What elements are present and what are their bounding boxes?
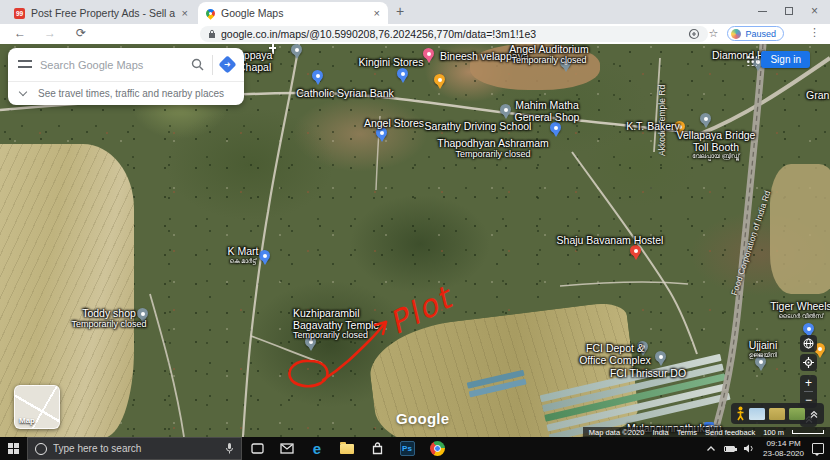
browser-chrome: 99 Post Free Property Ads - Sell a H × G… — [0, 0, 830, 44]
cortana-icon — [35, 443, 47, 455]
my-location-button[interactable] — [800, 354, 817, 371]
divider — [212, 55, 213, 75]
forward-icon[interactable]: → — [44, 27, 56, 39]
map-label-angel-auditorium[interactable]: Angel AuditoriumTemporarily closed — [509, 44, 588, 65]
bookmark-star-icon[interactable]: ☆ — [709, 27, 719, 40]
restaurant-pin[interactable] — [434, 74, 445, 85]
collapse-imagery-icon[interactable] — [809, 409, 819, 419]
map-label-fci-depot[interactable]: FCI Depot &Office Complex — [579, 343, 651, 366]
map-label-kt-bakery[interactable]: K.T. Bakery — [626, 121, 680, 133]
map-label-csb[interactable]: Catholic Syrian Bank — [296, 88, 393, 100]
window-maximize-button[interactable] — [785, 7, 793, 15]
imagery-thumb-2[interactable] — [769, 408, 785, 420]
mahim-matha-pin[interactable] — [500, 104, 511, 115]
imagery-thumb-1[interactable] — [749, 408, 765, 420]
tiger-wheels-pin[interactable] — [803, 323, 814, 334]
travel-times-row[interactable]: See travel times, traffic and nearby pla… — [8, 81, 244, 105]
map-canvas[interactable]: appayaChapal Kingini Stores Bineesh vela… — [0, 44, 830, 437]
taskbar-search-input[interactable] — [53, 443, 219, 454]
directions-icon[interactable]: ➜ — [218, 55, 236, 73]
tab1-close-icon[interactable]: × — [182, 7, 188, 19]
k-mart-pin[interactable] — [259, 250, 270, 261]
locate-icon — [803, 357, 814, 368]
map-satellite-toggle[interactable]: Map — [14, 385, 60, 429]
menu-hamburger-icon[interactable] — [18, 60, 32, 70]
shaju-hostel-pin[interactable] — [630, 245, 641, 256]
tab2-close-icon[interactable]: × — [374, 7, 380, 19]
start-button[interactable] — [0, 437, 27, 460]
toll-booth-pin[interactable] — [700, 113, 711, 124]
map-label-toddy-shop[interactable]: Toddy shopTemporarily closed — [71, 308, 146, 329]
map-label-tiger-wheels[interactable]: Tiger Wheelsടൈഗർ വീൽസ് — [770, 301, 830, 319]
reload-icon[interactable]: ⟳ — [76, 27, 86, 39]
mail-button[interactable] — [272, 437, 302, 460]
map-label-angel-stores[interactable]: Angel Stores — [364, 118, 424, 130]
road-label-akkode: Akkode Temple Rd — [657, 66, 667, 156]
file-explorer-button[interactable] — [332, 437, 362, 460]
tray-expand-icon[interactable] — [706, 445, 716, 452]
globe-layer-button[interactable] — [800, 335, 817, 352]
browser-toolbar: ← → ⟳ google.co.in/maps/@10.5990208,76.2… — [0, 24, 830, 44]
windows-taskbar: e Ps 09:14 PM 23-08-2020 — [0, 437, 830, 460]
feedback-link[interactable]: Send feedback — [705, 428, 755, 437]
bineesh-pin[interactable] — [423, 48, 434, 59]
imagery-bar — [731, 403, 824, 424]
globe-icon — [803, 338, 814, 349]
battery-icon[interactable] — [724, 446, 735, 452]
volume-icon[interactable] — [743, 443, 755, 454]
taskbar-search[interactable] — [27, 437, 242, 460]
catholic-syrian-bank-pin[interactable] — [312, 70, 323, 81]
address-bar[interactable]: google.co.in/maps/@10.5990208,76.2024256… — [200, 26, 708, 42]
kingini-stores-pin[interactable] — [397, 68, 408, 79]
map-label-thapodhyan[interactable]: Thapodhyan AshramamTemporarily closed — [437, 138, 548, 159]
store-button[interactable] — [362, 437, 392, 460]
map-label-fci-thrissur[interactable]: FCI Thrissur DO — [610, 368, 686, 380]
imagery-thumb-3[interactable] — [789, 408, 805, 420]
url-text: google.co.in/maps/@10.5990208,76.2024256… — [221, 28, 536, 40]
chevron-down-icon — [19, 88, 27, 96]
map-data-text: Map data ©2020 — [589, 428, 645, 437]
map-label-toll-booth[interactable]: Vellapaya BridgeToll Boothവേലപ്പായ ബ്രിഡ… — [677, 130, 756, 160]
profile-chip[interactable]: Paused — [727, 26, 784, 41]
tab-google-maps[interactable]: Google Maps × — [198, 2, 388, 24]
task-view-button[interactable] — [242, 437, 272, 460]
windows-logo-icon — [8, 443, 19, 454]
photoshop-button[interactable]: Ps — [392, 437, 422, 460]
zoom-page-icon[interactable] — [688, 28, 700, 40]
window-close-button[interactable]: × — [811, 5, 818, 17]
photoshop-icon: Ps — [400, 441, 415, 456]
tab-property-ads[interactable]: 99 Post Free Property Ads - Sell a H × — [6, 2, 196, 24]
edge-button[interactable]: e — [302, 437, 332, 460]
browser-menu-icon[interactable]: ⋮ — [809, 26, 820, 39]
mic-icon[interactable] — [225, 442, 234, 455]
window-minimize-button[interactable] — [758, 11, 767, 12]
padlock-icon — [208, 29, 216, 39]
new-tab-button[interactable]: + — [396, 3, 404, 19]
mail-icon — [280, 443, 294, 454]
fci-office-pin[interactable] — [655, 351, 666, 362]
search-icon[interactable] — [191, 58, 204, 71]
google-apps-grid-icon[interactable] — [746, 55, 757, 66]
taskbar-clock[interactable]: 09:14 PM 23-08-2020 — [763, 439, 804, 459]
chapel-pin[interactable] — [291, 44, 302, 55]
chrome-button[interactable] — [422, 437, 452, 460]
scale-bar — [792, 430, 824, 434]
back-icon[interactable]: ← — [14, 27, 26, 39]
tab1-favicon: 99 — [14, 8, 25, 19]
sign-in-button[interactable]: Sign in — [761, 51, 810, 68]
search-input[interactable] — [40, 59, 183, 71]
country-link[interactable]: India — [652, 428, 668, 437]
map-label-ujjaini[interactable]: Ujjainiഉജ്ജയിനി — [749, 340, 778, 358]
map-label-kuzhiparambil[interactable]: KuzhiparambilBagavathy TempleTemporarily… — [293, 308, 379, 341]
map-label-k-mart[interactable]: K Martകെ മാർട്ട് — [228, 246, 259, 264]
map-label-kingini[interactable]: Kingini Stores — [359, 57, 424, 69]
zoom-in-button[interactable]: + — [805, 375, 812, 391]
map-label-mahim[interactable]: Mahim MathaGeneral Shop — [515, 100, 580, 123]
store-pin[interactable] — [550, 122, 561, 133]
terms-link[interactable]: Terms — [677, 428, 697, 437]
map-label-shaju[interactable]: Shaju Bavanam Hostel — [557, 235, 664, 247]
action-center-icon[interactable] — [812, 443, 824, 454]
map-label-gran[interactable]: Gran — [806, 90, 829, 102]
pegman-icon[interactable] — [736, 406, 745, 421]
maps-favicon-icon — [204, 7, 217, 20]
